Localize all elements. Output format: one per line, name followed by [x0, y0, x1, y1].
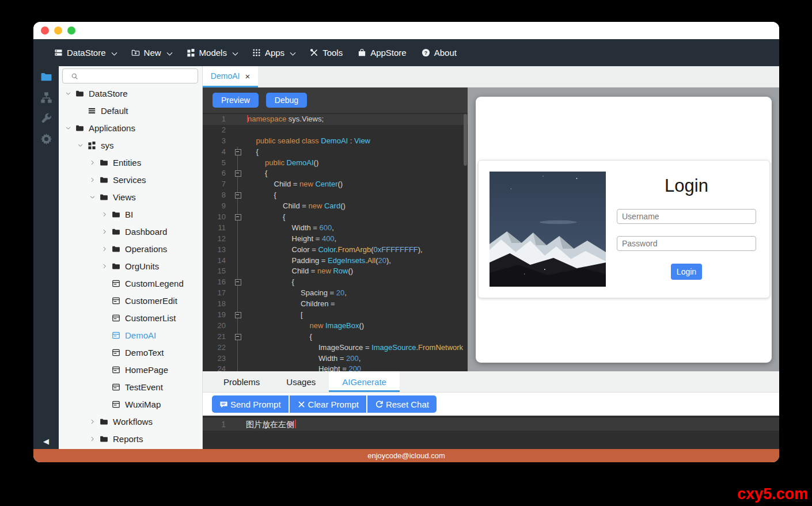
tree-item-workflows[interactable]: Workflows	[59, 413, 202, 430]
tree-item-operations[interactable]: Operations	[59, 240, 202, 257]
prompt-editor[interactable]: 1 图片放在左侧	[203, 416, 779, 449]
code-line-18[interactable]: 18 Children =	[203, 299, 468, 310]
code-line-22[interactable]: 22 ImageSource = ImageSource.FromNetwork	[203, 343, 468, 353]
code-editor[interactable]: Preview Debug 1 namespace sys.Views; 2 3…	[203, 87, 468, 371]
chevron-right-icon[interactable]	[101, 246, 108, 252]
code-line-9[interactable]: 9 Child = new Card()	[203, 201, 468, 212]
code-line-23[interactable]: 23 Width = 200,	[203, 353, 468, 364]
fold-toggle-icon[interactable]	[235, 279, 241, 286]
send-prompt-button[interactable]: Send Prompt	[212, 395, 289, 413]
tab-close-icon[interactable]: ×	[245, 72, 250, 81]
tree-item-wuximap[interactable]: WuxiMap	[59, 395, 202, 413]
chevron-right-icon[interactable]	[101, 263, 108, 269]
chevron-down-icon[interactable]	[77, 142, 84, 149]
menu-tools[interactable]: Tools	[310, 48, 343, 58]
tab-demoai[interactable]: DemoAI ×	[203, 66, 258, 87]
activity-settings[interactable]	[33, 128, 59, 149]
chevron-right-icon[interactable]	[101, 229, 108, 235]
tree-item-views[interactable]: Views	[59, 188, 202, 206]
code-line-5[interactable]: 5 public DemoAI()	[203, 158, 468, 169]
editor-scrollbar[interactable]	[464, 114, 467, 166]
code-line-12[interactable]: 12 Height = 400,	[203, 234, 468, 245]
tree-item-reports[interactable]: Reports	[59, 430, 202, 447]
code-line-21[interactable]: 21 {	[203, 332, 468, 343]
chevron-down-icon[interactable]	[65, 90, 71, 97]
preview-button[interactable]: Preview	[213, 93, 259, 108]
tree-item-entities[interactable]: Entities	[59, 154, 202, 171]
code-line-3[interactable]: 3 public sealed class DemoAI : View	[203, 136, 468, 147]
chevron-down-icon[interactable]	[65, 125, 71, 131]
code-line-15[interactable]: 15 Child = new Row()	[203, 266, 468, 277]
fold-toggle-icon[interactable]	[235, 214, 241, 220]
tree-item-customlegend[interactable]: CustomLegend	[59, 275, 202, 292]
activity-tools[interactable]	[33, 108, 59, 128]
code-area[interactable]: 1 namespace sys.Views; 2 3 public sealed…	[203, 113, 468, 371]
debug-button[interactable]: Debug	[266, 93, 307, 108]
clear-prompt-button[interactable]: Clear Prompt	[290, 395, 366, 413]
tree-item-homepage[interactable]: HomePage	[59, 361, 202, 378]
code-line-11[interactable]: 11 Width = 600,	[203, 223, 468, 234]
tree-item-testevent[interactable]: TestEvent	[59, 378, 202, 395]
menu-about[interactable]: ? About	[422, 48, 457, 58]
code-line-13[interactable]: 13 Color = Color.FromArgb(0xFFFFFFFF),	[203, 245, 468, 256]
fold-toggle-icon[interactable]	[235, 334, 241, 340]
code-line-6[interactable]: 6 {	[203, 168, 468, 179]
username-input[interactable]	[617, 209, 756, 224]
chevron-down-icon[interactable]	[89, 194, 96, 200]
code-line-16[interactable]: 16 {	[203, 277, 468, 288]
minimize-window-button[interactable]	[54, 26, 62, 35]
code-line-7[interactable]: 7 Child = new Center()	[203, 179, 468, 190]
bottom-tab-usages[interactable]: Usages	[273, 371, 329, 392]
fold-toggle-icon[interactable]	[235, 312, 241, 318]
tree-item-sys[interactable]: sys	[59, 136, 202, 154]
tree-item-datastore[interactable]: DataStore	[59, 85, 202, 102]
login-button[interactable]: Login	[671, 264, 702, 280]
bottom-tab-aigenerate[interactable]: AIGenerate	[329, 371, 400, 392]
tree-item-applications[interactable]: Applications	[59, 119, 202, 136]
menu-new[interactable]: New	[131, 48, 172, 58]
code-line-2[interactable]: 2	[203, 125, 468, 136]
tree-item-services[interactable]: Services	[59, 171, 202, 188]
tree-item-demoai[interactable]: DemoAI	[59, 326, 202, 344]
code-line-14[interactable]: 14 Padding = EdgeInsets.All(20),	[203, 256, 468, 267]
code-line-19[interactable]: 19 [	[203, 310, 468, 321]
code-line-8[interactable]: 8 {	[203, 190, 468, 201]
tree-search-box[interactable]	[62, 69, 198, 83]
fold-toggle-icon[interactable]	[235, 149, 241, 155]
menu-apps[interactable]: Apps	[252, 48, 295, 58]
zoom-window-button[interactable]	[67, 26, 75, 35]
user-email[interactable]: enjoycode@icloud.com	[367, 451, 445, 460]
code-line-17[interactable]: 17 Spacing = 20,	[203, 288, 468, 299]
chevron-right-icon[interactable]	[101, 211, 108, 218]
reset-chat-button[interactable]: Reset Chat	[367, 395, 437, 413]
menu-appstore[interactable]: AppStore	[358, 48, 407, 58]
collapse-sidebar-button[interactable]: ◀	[33, 437, 59, 446]
tree-search-input[interactable]	[77, 70, 198, 82]
activity-designer[interactable]	[33, 87, 59, 108]
tree-item-default[interactable]: Default	[59, 102, 202, 119]
bottom-tab-problems[interactable]: Problems	[210, 371, 273, 392]
line-number: 10	[203, 212, 233, 223]
tree-item-dashboard[interactable]: Dashboard	[59, 223, 202, 240]
tree-item-demotext[interactable]: DemoText	[59, 344, 202, 361]
menu-models[interactable]: Models	[187, 48, 237, 58]
tree-item-bi[interactable]: BI	[59, 206, 202, 223]
code-line-20[interactable]: 20 new ImageBox()	[203, 321, 468, 332]
tree-item-customerlist[interactable]: CustomerList	[59, 309, 202, 326]
chevron-right-icon[interactable]	[89, 419, 96, 425]
tree-item-customeredit[interactable]: CustomerEdit	[59, 292, 202, 309]
chevron-right-icon[interactable]	[89, 177, 96, 183]
fold-toggle-icon[interactable]	[235, 192, 241, 199]
activity-explorer[interactable]	[33, 66, 59, 87]
tree-item-orgunits[interactable]: OrgUnits	[59, 257, 202, 275]
code-line-24[interactable]: 24 Height = 200	[203, 364, 468, 371]
code-line-1[interactable]: 1 namespace sys.Views;	[203, 114, 468, 125]
close-window-button[interactable]	[41, 26, 49, 35]
code-line-10[interactable]: 10 {	[203, 212, 468, 223]
fold-toggle-icon[interactable]	[235, 170, 241, 177]
chevron-right-icon[interactable]	[89, 159, 96, 166]
code-line-4[interactable]: 4 {	[203, 147, 468, 158]
chevron-right-icon[interactable]	[89, 436, 96, 442]
password-input[interactable]	[617, 236, 756, 251]
menu-datastore[interactable]: DataStore	[54, 48, 116, 58]
